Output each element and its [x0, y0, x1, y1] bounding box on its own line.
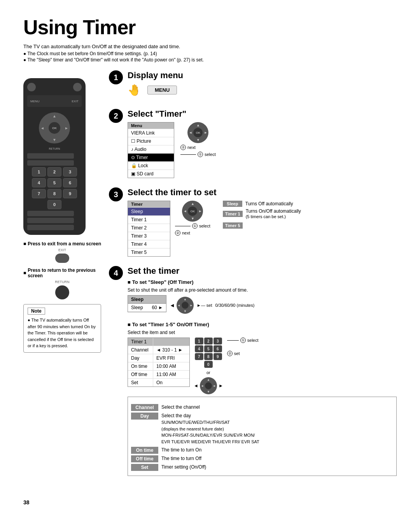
- sleep-ok-center[interactable]: [182, 302, 189, 309]
- exit-label-text: EXIT: [23, 248, 101, 252]
- remote-control: MENU EXIT ▲ ▼ ◄ ► OK RETURN 1 2 3: [23, 78, 86, 235]
- sleep-set-label: ►— set: [197, 303, 212, 308]
- timer1-left-arrow: ◄: [194, 383, 198, 388]
- menu-button-label[interactable]: MENU: [147, 86, 177, 94]
- set-annotations: ① select ② set: [227, 338, 259, 356]
- step2-nav2: ② next: [180, 145, 216, 150]
- step2-menu-picture[interactable]: ☐ Picture: [128, 137, 174, 145]
- ok-left-arrow: ◄: [189, 131, 192, 135]
- numpad-0[interactable]: 0: [204, 361, 213, 368]
- info-table: Channel Select the channel Day Select th…: [131, 404, 393, 471]
- sleep-ok-wheel[interactable]: ▲ ▼ ◄ ►: [177, 297, 194, 314]
- timer1-day-row: Day EVR FRI: [128, 354, 189, 362]
- step4-circle: 4: [109, 266, 123, 280]
- sleep-minutes-note: 0/30/60/90 (minutes): [215, 303, 255, 308]
- remote-key-0[interactable]: 0: [47, 200, 61, 209]
- timer1-ontime-val[interactable]: 10:00 AM: [153, 362, 189, 370]
- step3-header: Timer: [128, 201, 170, 208]
- info-day-label: Day: [131, 413, 158, 420]
- numpad-3[interactable]: 3: [214, 338, 222, 345]
- step4-section: 4 Set the timer To set "Sleep" (Off Time…: [109, 266, 397, 482]
- timer1-ok-wheel[interactable]: ▲ ▼ ◄ ►: [200, 377, 217, 394]
- numpad-8[interactable]: 8: [204, 353, 213, 360]
- step3-timer4[interactable]: Timer 4: [128, 240, 170, 248]
- step2-menu-timer[interactable]: ⊙ Timer: [128, 154, 174, 162]
- sleep-ok-up: ▲: [184, 297, 187, 301]
- sleep-left-arrow: ◄: [170, 302, 175, 308]
- numpad-2[interactable]: 2: [204, 338, 213, 345]
- t1-ok-center[interactable]: [205, 382, 212, 389]
- remote-key-2[interactable]: 2: [47, 167, 61, 177]
- dpad-ok-center: OK: [49, 122, 60, 134]
- numpad-1[interactable]: 1: [195, 338, 203, 345]
- timer1-label: Timer 1: [223, 211, 243, 217]
- intro-bullet2: The "Sleep" timer and "On/Off timer" wil…: [23, 57, 397, 63]
- step2-menu-lock[interactable]: 🔒 Lock: [128, 162, 174, 170]
- timer1-offtime-row: Off time 11:00 AM: [128, 371, 189, 379]
- remote-exit-label: EXIT: [72, 100, 79, 103]
- timer1-right-arrow: ►: [219, 383, 223, 388]
- step3-timer5[interactable]: Timer 5: [128, 248, 170, 256]
- sleep-ok-left: ◄: [177, 304, 180, 307]
- remote-key-4[interactable]: 4: [32, 178, 46, 187]
- numpad-7[interactable]: 7: [195, 353, 203, 360]
- return-button-icon[interactable]: [55, 285, 69, 299]
- step3-ok-up: ▲: [191, 202, 194, 206]
- ok-center-btn[interactable]: OK: [193, 128, 203, 137]
- timer1-day-val[interactable]: EVR FRI: [153, 354, 189, 362]
- step2-ok-wheel[interactable]: ▲ ▼ ◄ ► OK: [187, 122, 208, 143]
- sleep-label: Sleep: [223, 201, 242, 207]
- sleep-table: Sleep Sleep 60 ►: [128, 295, 166, 312]
- step3-sleep[interactable]: Sleep: [128, 208, 170, 216]
- sleep-ok-down: ▼: [184, 310, 187, 313]
- timer1-channel-row: Channel ◄ 310 - 1 ►: [128, 346, 189, 354]
- remote-key-5[interactable]: 5: [47, 178, 61, 187]
- remote-numrow-2: 4 5 6: [27, 178, 82, 187]
- info-set-row: Set Timer setting (On/Off): [131, 464, 393, 471]
- step3-timer3[interactable]: Timer 3: [128, 232, 170, 240]
- step3-ok-wheel[interactable]: ▲ ▼ ◄ ► OK: [182, 201, 203, 222]
- timer1-channel-val[interactable]: ◄ 310 - 1 ►: [153, 346, 189, 354]
- info-ontime-row: On time The time to turn On: [131, 447, 393, 454]
- info-set-label: Set: [131, 464, 158, 471]
- remote-key-8[interactable]: 8: [47, 189, 61, 198]
- numpad-9[interactable]: 9: [214, 353, 222, 360]
- step3-timer1[interactable]: Timer 1: [128, 216, 170, 224]
- step3-ok-center[interactable]: OK: [188, 206, 197, 216]
- timer1-offtime-val[interactable]: 11:00 AM: [153, 371, 189, 378]
- timer1-set-val[interactable]: On: [153, 379, 189, 387]
- info-ontime-text: The time to turn On: [161, 447, 201, 453]
- step3-nav2: ② next: [175, 230, 210, 236]
- info-offtime-label: Off time: [131, 455, 158, 462]
- step2-menu-sdcard[interactable]: ▣ SD card: [128, 170, 174, 178]
- step3-ok-down: ▼: [191, 217, 194, 220]
- remote-key-6[interactable]: 6: [63, 178, 77, 187]
- exit-button-icon[interactable]: [55, 254, 69, 263]
- sleep-ok-right: ►: [190, 304, 193, 307]
- info-channel-row: Channel Select the channel: [131, 404, 393, 411]
- step3-title: Select the timer to set: [128, 187, 397, 198]
- step2-menu-audio[interactable]: ♪ Audio: [128, 145, 174, 154]
- ok-up-arrow: ▲: [196, 123, 200, 127]
- remote-key-1[interactable]: 1: [32, 167, 46, 177]
- remote-key-7[interactable]: 7: [32, 189, 46, 198]
- dpad-left-arrow: ◄: [40, 126, 44, 130]
- timer1-ontime-row: On time 10:00 AM: [128, 362, 189, 371]
- info-day-row: Day Select the day SUN/MON/TUE/WED/THU/F…: [131, 413, 393, 445]
- step3-ok-left: ◄: [183, 209, 187, 213]
- info-channel-label: Channel: [131, 404, 158, 411]
- remote-numrow-1: 1 2 3: [27, 167, 82, 177]
- note-title: Note: [28, 308, 45, 315]
- numpad-5[interactable]: 5: [204, 345, 213, 352]
- step2-menu-viera[interactable]: VIERA Link: [128, 129, 174, 137]
- t1-ok-down: ▼: [207, 390, 210, 394]
- timer1-numpad: 1 2 3 4 5 6 7: [195, 338, 222, 368]
- numpad-6[interactable]: 6: [214, 345, 222, 352]
- step3-timer2[interactable]: Timer 2: [128, 224, 170, 232]
- remote-key-9[interactable]: 9: [63, 189, 77, 198]
- menu-hand-icon: 🤚: [128, 84, 141, 96]
- step2-nav1: ① select: [180, 152, 216, 157]
- remote-key-3[interactable]: 3: [63, 167, 77, 177]
- numpad-4[interactable]: 4: [195, 345, 203, 352]
- ok-right-arrow: ►: [204, 131, 207, 135]
